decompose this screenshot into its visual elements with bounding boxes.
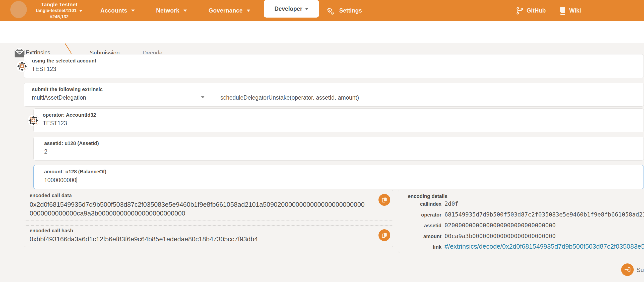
- param-operator-value[interactable]: TEST123: [43, 120, 67, 127]
- network-name: Tangle Testnet: [32, 1, 86, 8]
- account-select-field[interactable]: [24, 54, 644, 78]
- param-operator-field[interactable]: [33, 108, 644, 132]
- encoded-call-data-value: 0x2d0f681549935d7d9b500f503d87c2f035083e…: [30, 200, 367, 218]
- pallet-dropdown-value[interactable]: multiAssetDelegation: [32, 94, 86, 101]
- decode-link[interactable]: #/extrinsics/decode/0x2d0f681549935d7d9b…: [444, 243, 644, 250]
- param-assetid-value[interactable]: 2: [44, 148, 47, 155]
- encoding-row-link: link #/extrinsics/decode/0x2d0f681549935…: [398, 243, 644, 250]
- menu-network[interactable]: Network: [156, 0, 187, 21]
- chevron-down-icon: [183, 10, 187, 12]
- chevron-down-icon: [131, 10, 135, 12]
- extrinsic-field-label: submit the following extrinsic: [32, 87, 103, 92]
- chevron-down-icon[interactable]: [201, 96, 205, 98]
- network-block-number: #245,132: [32, 14, 86, 20]
- sign-in-icon: [624, 266, 631, 273]
- submit-transaction-button[interactable]: [621, 263, 634, 276]
- gear-icon: ⚙⚙: [327, 7, 336, 14]
- menu-settings[interactable]: ⚙⚙ Settings: [327, 0, 362, 21]
- method-dropdown-value[interactable]: scheduleDelegatorUnstake(operator, asset…: [220, 94, 359, 101]
- network-selector[interactable]: Tangle Testnet tangle-testnet/1101 #245,…: [32, 1, 86, 20]
- text-cursor: [77, 177, 77, 183]
- copy-icon: [381, 232, 388, 239]
- menu-developer-active[interactable]: Developer: [264, 0, 319, 18]
- copy-call-data-button[interactable]: [378, 194, 390, 206]
- param-assetid-label: assetId: u128 (AssetId): [44, 140, 99, 146]
- tab-bar: Extrinsics Submission Decode: [0, 21, 644, 43]
- chevron-down-icon: [247, 10, 250, 12]
- network-logo[interactable]: [10, 1, 27, 18]
- submit-button-label[interactable]: Su: [636, 266, 644, 273]
- encoding-row-assetid: assetid 02000000000000000000000000000000: [398, 222, 556, 229]
- encoding-row-amount: amount 00ca9a3b000000000000000000000000: [398, 233, 556, 239]
- chevron-down-icon: [79, 10, 83, 12]
- wiki-link[interactable]: Wiki: [559, 0, 581, 21]
- account-field-label: using the selected account: [32, 58, 96, 64]
- encoding-row-operator: operator 681549935d7d9b500f503d87c2f0350…: [398, 211, 644, 218]
- param-operator-label: operator: AccountId32: [43, 112, 96, 118]
- encoded-call-data-label: encoded call data: [30, 193, 72, 198]
- chevron-down-icon: [305, 8, 308, 10]
- menu-governance[interactable]: Governance: [209, 0, 250, 21]
- param-assetid-field[interactable]: [33, 137, 644, 161]
- copy-icon: [381, 196, 388, 203]
- top-navbar: Tangle Testnet tangle-testnet/1101 #245,…: [0, 0, 644, 21]
- copy-call-hash-button[interactable]: [378, 229, 390, 241]
- network-chain: tangle-testnet/1101: [32, 8, 86, 14]
- mail-envelope-icon: [14, 48, 25, 58]
- operator-identicon: [27, 114, 39, 126]
- param-amount-field[interactable]: [33, 165, 644, 189]
- encoded-call-hash-label: encoded call hash: [30, 228, 73, 234]
- encoding-row-callindex: callindex 2d0f: [398, 200, 458, 207]
- account-identicon: [16, 60, 28, 72]
- menu-accounts[interactable]: Accounts: [100, 0, 135, 21]
- param-amount-value[interactable]: 1000000000: [44, 177, 77, 184]
- param-amount-label: amount: u128 (BalanceOf): [44, 169, 106, 175]
- account-field-value[interactable]: TEST123: [32, 66, 56, 73]
- encoding-details-panel: encoding details callindex 2d0f operator…: [398, 190, 644, 253]
- book-icon: [559, 7, 566, 15]
- extrinsics-page: Tangle Testnet tangle-testnet/1101 #245,…: [0, 0, 644, 282]
- git-branch-icon: [516, 7, 524, 15]
- encoding-details-title: encoding details: [408, 193, 447, 199]
- encoded-call-hash-value: 0xbbf493166da3a6d1c12f56ef83f6e9c64b85e1…: [30, 235, 258, 243]
- github-link[interactable]: GitHub: [516, 0, 546, 21]
